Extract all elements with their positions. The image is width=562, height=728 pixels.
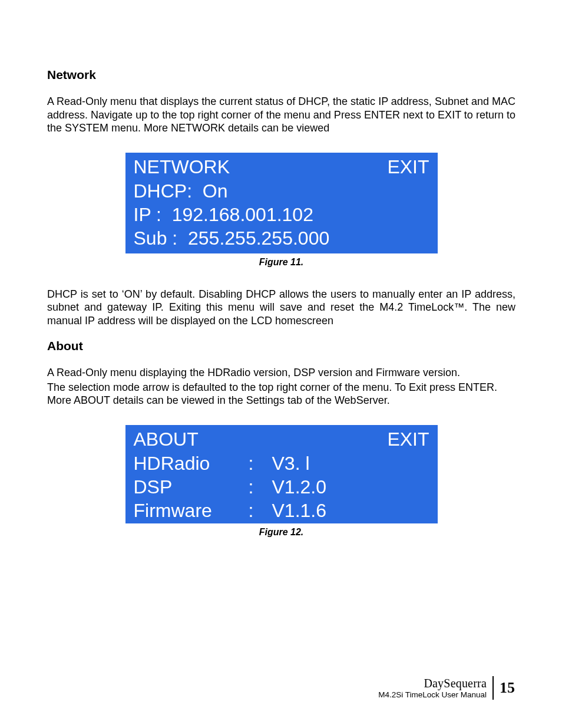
about-lcd-title: ABOUT [134, 429, 199, 450]
about-lcd-label: Firmware [134, 499, 249, 522]
about-lcd-screen: ABOUT EXIT HDRadio : V3. l DSP : V1.2.0 … [125, 425, 438, 523]
about-lcd-value: V3. l [272, 452, 310, 475]
about-lcd-row-firmware: Firmware : V1.1.6 [134, 499, 429, 522]
about-para-1: A Read-Only menu displaying the HDRadio … [47, 366, 515, 380]
about-lcd-value: V1.1.6 [272, 499, 327, 522]
network-para-2: DHCP is set to ‘ON’ by default. Disablin… [47, 288, 515, 328]
network-lcd-sub: Sub : 255.255.255.000 [134, 226, 429, 250]
page-footer: DaySequerra M4.2Si TimeLock User Manual … [378, 676, 515, 700]
about-lcd-row-dsp: DSP : V1.2.0 [134, 475, 429, 499]
figure-12-caption: Figure 12. [47, 527, 515, 538]
footer-manual-title: M4.2Si TimeLock User Manual [378, 690, 487, 700]
network-lcd-exit: EXIT [387, 156, 429, 178]
about-lcd-value: V1.2.0 [272, 475, 327, 499]
about-para-2: The selection mode arrow is defaulted to… [47, 381, 515, 407]
network-lcd-screen: NETWORK EXIT DHCP: On IP : 192.168.001.1… [125, 153, 438, 253]
about-lcd-label: HDRadio [134, 452, 249, 475]
network-lcd-ip: IP : 192.168.001.102 [134, 203, 429, 226]
about-lcd-exit: EXIT [387, 429, 429, 450]
network-heading: Network [47, 68, 515, 82]
footer-page-number: 15 [494, 679, 515, 697]
footer-brand: DaySequerra [378, 676, 487, 690]
about-lcd-row-hdradio: HDRadio : V3. l [134, 452, 429, 475]
about-lcd-colon: : [249, 475, 272, 499]
about-lcd-label: DSP [134, 475, 249, 499]
about-lcd-colon: : [249, 499, 272, 522]
figure-11-caption: Figure 11. [47, 257, 515, 268]
network-lcd-title: NETWORK [134, 156, 230, 178]
about-lcd-colon: : [249, 452, 272, 475]
about-heading: About [47, 339, 515, 353]
network-lcd-dhcp: DHCP: On [134, 179, 429, 203]
network-para-1: A Read-Only menu that displays the curre… [47, 95, 515, 135]
